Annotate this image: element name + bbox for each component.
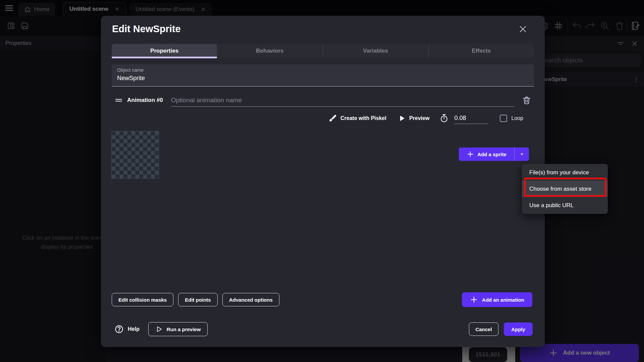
timer-icon [439, 114, 449, 123]
cancel-button[interactable]: Cancel [469, 322, 498, 336]
drag-handle-icon[interactable] [114, 96, 123, 105]
tab-behaviors[interactable]: Behaviors [217, 44, 322, 58]
menu-item-choose-from-asset-store[interactable]: Choose from asset store [522, 181, 608, 197]
brush-icon [328, 114, 337, 123]
animation-tools-row: Create with Piskel Preview Loop [309, 111, 523, 126]
object-name-field-value: NewSprite [117, 75, 529, 82]
object-name-field-label: Object name [117, 67, 529, 73]
preview-button[interactable]: Preview [398, 114, 429, 122]
edit-sprite-dialog: Edit NewSprite Properties Behaviors Vari… [101, 16, 545, 347]
sprite-edit-buttons-row: Edit collision masks Edit points Advance… [112, 293, 279, 306]
close-icon[interactable] [518, 24, 528, 34]
object-name-field[interactable]: Object name NewSprite [112, 64, 534, 86]
tab-variables[interactable]: Variables [323, 44, 428, 58]
animation-name-input[interactable] [171, 94, 515, 107]
add-sprite-button[interactable]: Add a sprite [459, 147, 514, 161]
caret-down-icon [519, 151, 525, 158]
dialog-tab-bar: Properties Behaviors Variables Effects [112, 44, 534, 58]
animation-row: Animation #0 [112, 93, 534, 108]
time-between-frames-input[interactable] [454, 113, 488, 124]
apply-button[interactable]: Apply [504, 322, 533, 336]
advanced-options-button[interactable]: Advanced options [222, 293, 279, 306]
edit-collision-masks-button[interactable]: Edit collision masks [112, 293, 173, 306]
add-sprite-dropdown-button[interactable] [514, 147, 529, 161]
plus-icon [470, 296, 478, 304]
help-button[interactable]: Help [114, 324, 140, 334]
dialog-title: Edit NewSprite [112, 23, 181, 35]
create-with-piskel-button[interactable]: Create with Piskel [328, 114, 386, 123]
empty-sprite-thumbnail [112, 131, 159, 178]
menu-item-files-from-device[interactable]: File(s) from your device [522, 164, 608, 181]
edit-points-button[interactable]: Edit points [178, 293, 218, 306]
run-a-preview-button[interactable]: Run a preview [148, 322, 208, 336]
tab-effects[interactable]: Effects [428, 44, 534, 58]
loop-checkbox[interactable] [500, 115, 507, 122]
tab-properties[interactable]: Properties [112, 44, 217, 58]
dialog-footer: Help Run a preview Cancel Apply [114, 322, 533, 337]
play-icon [398, 114, 406, 122]
loop-label: Loop [511, 115, 523, 121]
add-an-animation-button[interactable]: Add an animation [462, 292, 532, 307]
play-outline-icon [155, 325, 163, 333]
plus-icon [467, 150, 474, 158]
trash-icon[interactable] [522, 96, 531, 105]
menu-item-use-public-url[interactable]: Use a public URL [522, 197, 608, 214]
add-sprite-menu: File(s) from your device Choose from ass… [522, 164, 608, 214]
help-icon [114, 324, 124, 334]
add-sprite-split-button: Add a sprite [459, 147, 529, 161]
animation-label: Animation #0 [127, 97, 163, 104]
